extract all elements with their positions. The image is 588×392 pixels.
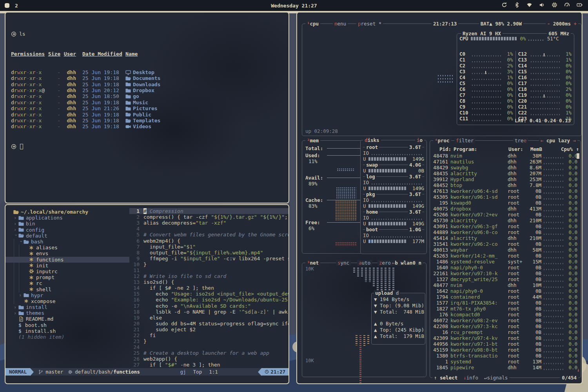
scroll-down-icon[interactable]: ↓: [577, 367, 580, 373]
tree-item[interactable]: ›install: [9, 304, 129, 310]
process-row[interactable]: 45263kworker/14:2-mm_root0B0.0: [431, 253, 580, 259]
process-row[interactable]: 1systemdroot13M0.0: [431, 359, 580, 365]
process-row[interactable]: 46072kworker/u98:2-evroot0B0.0: [431, 318, 580, 323]
process-row[interactable]: 31541kworker/u96:2-coroot0B0.0: [431, 241, 580, 247]
process-row[interactable]: 48435alacrittydhh207M0.0: [431, 171, 580, 176]
process-row[interactable]: 45305kworker/u96:1-sdroot0B0.0: [431, 194, 580, 200]
tree-item[interactable]: ›applications: [9, 215, 129, 221]
code-line[interactable]: 15 echo "Usage: iso2sd <input_file> <out…: [129, 291, 289, 297]
code-line[interactable]: 18 lsblk -d -o NAME | grep -E '^sd[a-z]'…: [129, 309, 289, 315]
code-line[interactable]: 26web2app() {: [129, 356, 289, 362]
process-row[interactable]: 45414alacrittydhh210M0.0: [431, 235, 580, 241]
prompt-line-2[interactable]: [11, 143, 283, 150]
tree-item[interactable]: init: [9, 263, 129, 269]
process-row[interactable]: 44889kworker/u96:0-coroot0B0.0: [431, 229, 580, 235]
chevron-icon[interactable]: ›: [14, 310, 18, 316]
chevron-icon[interactable]: ›: [14, 305, 18, 310]
tree-item[interactable]: ~/.local/share/omarchy: [9, 209, 129, 215]
process-row[interactable]: 48452btopdhh7.8M0.0: [431, 182, 580, 188]
process-row[interactable]: 39912Hyprlanddhh253M0.0: [431, 176, 580, 182]
tree-item[interactable]: aliases: [9, 245, 129, 250]
process-row[interactable]: 1640napi/phy0-0root0B0.0: [431, 265, 580, 270]
tree-item[interactable]: shell: [9, 286, 129, 292]
tree-item[interactable]: $boot.sh: [9, 322, 129, 328]
disks-box-title[interactable]: disks: [363, 137, 381, 143]
tree-item[interactable]: ›bash: [9, 239, 129, 245]
auto-button[interactable]: auto: [357, 260, 372, 266]
tree-item[interactable]: ›themes: [9, 310, 129, 316]
proc-box-title[interactable]: ⁴proc: [433, 138, 451, 143]
process-row[interactable]: 47613kworker/u96:4-sdroot0B0.0: [431, 188, 580, 194]
net-box-title[interactable]: ³net: [305, 260, 320, 266]
tree-item[interactable]: envs: [9, 250, 129, 256]
code-line[interactable]: 13iso2sd() {: [129, 279, 289, 285]
code-line[interactable]: 3alias decompress="tar -xzf": [129, 220, 289, 226]
tree-item[interactable]: xcompose: [9, 298, 129, 304]
process-row[interactable]: 1827mt76-tx phy0root0B0.0: [431, 306, 580, 312]
process-row[interactable]: 1577irq/81-PIXA3854:root0B0.0: [431, 300, 580, 306]
code-line[interactable]: 1# Compression: [129, 208, 289, 214]
process-row[interactable]: 40075dropboxdhh413M0.0: [431, 206, 580, 212]
proc-scrollbar[interactable]: [577, 153, 579, 159]
process-row[interactable]: 1794containerdroot44M0.0: [431, 294, 580, 300]
tree-item[interactable]: inputrc: [9, 269, 129, 274]
code-line[interactable]: 27 if [ "$#" -ne 3 ]; then: [129, 362, 289, 368]
tray-volume-icon[interactable]: [539, 2, 545, 9]
code-line[interactable]: 21 sudo eject $2: [129, 327, 289, 332]
code-line[interactable]: 8 output_file="${input_file%.webm}.mp4": [129, 250, 289, 256]
tray-bluetooth-icon[interactable]: [514, 2, 520, 9]
process-row[interactable]: 45159kworker/u98:0-btroot0B0.0: [431, 347, 580, 353]
disks-io-toggle[interactable]: io: [415, 137, 424, 143]
process-row[interactable]: 43091kworker/u96:3-gfroot0B0.0: [431, 223, 580, 229]
process-row[interactable]: 44956kworker/u97:1-btroot0B0.0: [431, 341, 580, 347]
process-row[interactable]: 48478nvimdhh38M0.0: [431, 153, 580, 159]
tray-battery-icon[interactable]: [577, 2, 583, 9]
process-row[interactable]: 48429swaybgdhh8.6M0.0: [431, 165, 580, 171]
code-line[interactable]: 12# Write iso file to sd card: [129, 273, 289, 279]
tray-gauge-icon[interactable]: [564, 2, 570, 9]
chevron-icon[interactable]: ›: [19, 292, 24, 298]
tree-item[interactable]: prompt: [9, 274, 129, 280]
menu-button[interactable]: menu: [333, 21, 348, 27]
process-row[interactable]: 1642napi/phy0-0root0B0.0: [431, 288, 580, 294]
tree-item[interactable]: README.md: [9, 316, 129, 322]
code-line[interactable]: 14 if [ $# -ne 2 ]; then: [129, 285, 289, 291]
tree-toggle[interactable]: tree: [513, 138, 528, 143]
code-line[interactable]: 5# Convert webm files generated by the G…: [129, 232, 289, 238]
process-row[interactable]: 1486systemd-resolvesyst+15M0.0: [431, 259, 580, 265]
chevron-icon[interactable]: ›: [14, 215, 18, 221]
interface-switcher[interactable]: ←b wlan0 n: [390, 260, 423, 266]
code-line[interactable]: 9 ffmpeg -i "$input_file" -c:v libx264 -…: [129, 256, 289, 261]
chevron-icon[interactable]: ›: [13, 234, 19, 238]
code-line[interactable]: 2compress() { tar -czf "${1%/}.tar.gz" "…: [129, 214, 289, 220]
sort-selector[interactable]: ← cpu lazy →: [539, 138, 577, 143]
code-line[interactable]: 24: [129, 344, 289, 350]
code-line[interactable]: 11: [129, 267, 289, 273]
sync-button[interactable]: sync: [336, 260, 351, 266]
tree-item[interactable]: $install.sh: [9, 328, 129, 334]
tree-item[interactable]: ›default: [9, 233, 129, 239]
code-line[interactable]: 22 fi: [129, 332, 289, 338]
tray-wifi-icon[interactable]: [526, 2, 532, 9]
process-row[interactable]: 42208kworker/u97:3-kcroot0B0.0: [431, 323, 580, 329]
code-line[interactable]: 4: [129, 226, 289, 232]
code-line[interactable]: 16 echo "Example: iso2sd ~/Downloads/ubu…: [129, 297, 289, 303]
code-line[interactable]: 20 sudo dd bs=4M status=progress oflag=s…: [129, 321, 289, 327]
process-row[interactable]: 47161nautilusdhh263M0.0: [431, 159, 580, 165]
scroll-up-icon[interactable]: ↑: [573, 146, 579, 152]
code-line[interactable]: 19 else: [129, 315, 289, 321]
process-row[interactable]: 176kcompactd0root0B0.0: [431, 312, 580, 318]
code-line[interactable]: 10}: [129, 261, 289, 267]
code-line[interactable]: 6webm2mp4() {: [129, 238, 289, 243]
process-row[interactable]: 45266kworker/u97:2+evroot0B0.0: [431, 212, 580, 218]
code-line[interactable]: 17 echo -e "\nAvailable SD cards:": [129, 303, 289, 309]
proc-header[interactable]: Pid: Program: User: MemB Cpu% ↑: [430, 146, 581, 152]
preset-button[interactable]: preset *: [356, 21, 383, 27]
process-row[interactable]: 1380btrfs-transactioroot0B0.0: [431, 353, 580, 359]
workspace-indicator[interactable]: 2: [5, 3, 18, 9]
update-interval[interactable]: - 2000ms +: [546, 21, 578, 27]
chevron-icon[interactable]: ›: [14, 227, 18, 232]
cpu-box-title[interactable]: ¹cpu: [305, 21, 320, 27]
process-row[interactable]: 16rcu_preemptroot0B0.0: [431, 329, 580, 335]
tree-item[interactable]: ›config: [9, 227, 129, 233]
